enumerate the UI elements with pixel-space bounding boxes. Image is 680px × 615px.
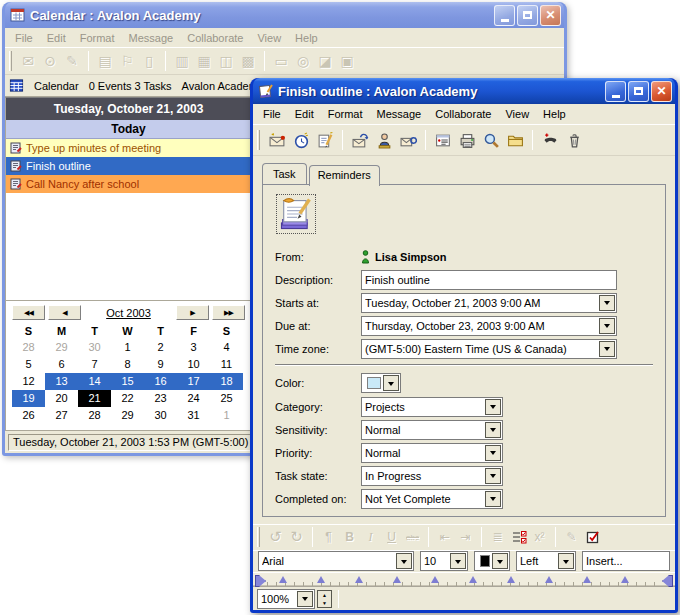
menu-help[interactable]: Help xyxy=(289,30,324,46)
calendar-day[interactable]: 10 xyxy=(177,356,210,373)
calendar-day[interactable]: 15 xyxy=(111,373,144,390)
color-select[interactable] xyxy=(361,373,401,393)
menu-help[interactable]: Help xyxy=(537,106,572,122)
flag-icon[interactable]: ⚐ xyxy=(116,50,138,72)
print-icon[interactable]: ▣ xyxy=(336,50,358,72)
minimize-button[interactable] xyxy=(494,5,515,26)
tools-icon[interactable]: ◪ xyxy=(314,50,336,72)
find-icon[interactable]: ◎ xyxy=(292,50,314,72)
close-button[interactable]: ✕ xyxy=(651,81,672,102)
tab-stop-marker[interactable] xyxy=(545,572,553,583)
new-mail-icon[interactable] xyxy=(265,129,289,151)
timezone-select[interactable]: (GMT-5:00) Eastern Time (US & Canada) xyxy=(361,339,617,359)
chevron-down-icon[interactable] xyxy=(485,399,501,415)
insert-input[interactable] xyxy=(583,555,669,567)
prev-month-button[interactable]: ◀ xyxy=(48,305,81,320)
font-color-select[interactable] xyxy=(474,551,510,571)
tab-stop-marker[interactable] xyxy=(355,572,363,583)
right-indent-marker[interactable] xyxy=(662,575,673,587)
dial-icon[interactable] xyxy=(538,129,562,151)
forward-mail-icon[interactable] xyxy=(348,129,372,151)
superscript-icon[interactable]: x² xyxy=(529,527,550,548)
calendar-day[interactable]: 17 xyxy=(177,373,210,390)
calendar-day[interactable]: 28 xyxy=(12,339,45,356)
align-select[interactable]: Left xyxy=(516,551,576,571)
month-label[interactable]: Oct 2003 xyxy=(84,307,173,319)
next-month-button[interactable]: ▶ xyxy=(176,305,209,320)
paragraph-icon[interactable]: ¶ xyxy=(318,527,339,548)
folder-icon[interactable] xyxy=(503,129,527,151)
task-list-item[interactable]: Call Nancy after school xyxy=(6,175,251,193)
list-icon[interactable]: ≣ xyxy=(487,527,508,548)
menu-file[interactable]: File xyxy=(9,30,39,46)
menu-format[interactable]: Format xyxy=(322,106,369,122)
tab-stop-marker[interactable] xyxy=(393,572,401,583)
mark-complete-icon[interactable] xyxy=(582,527,603,548)
new-appointment-icon[interactable] xyxy=(289,129,313,151)
menu-collaborate[interactable]: Collaborate xyxy=(429,106,497,122)
calendar-day[interactable]: 30 xyxy=(78,339,111,356)
new-mail-icon[interactable]: ✉ xyxy=(17,50,39,72)
chevron-down-icon[interactable] xyxy=(450,553,466,569)
calendar-day[interactable]: 30 xyxy=(144,407,177,424)
zoom-spinner[interactable]: ▲ ▼ xyxy=(317,590,332,608)
calendar-day[interactable]: 7 xyxy=(78,356,111,373)
tab-calendar-label[interactable]: Calendar xyxy=(34,80,79,92)
calendar-day[interactable]: 23 xyxy=(144,390,177,407)
new-task-icon[interactable]: ✎ xyxy=(61,50,83,72)
new-task-icon[interactable] xyxy=(313,129,337,151)
tab-stop-marker[interactable] xyxy=(583,572,591,583)
calendar-day[interactable]: 1 xyxy=(210,407,243,424)
menu-view[interactable]: View xyxy=(251,30,287,46)
calendar-day[interactable]: 22 xyxy=(111,390,144,407)
calendar-day[interactable]: 26 xyxy=(12,407,45,424)
calendar-day[interactable]: 24 xyxy=(177,390,210,407)
calendar-day[interactable]: 8 xyxy=(111,356,144,373)
next-year-button[interactable]: ▶▶ xyxy=(212,305,245,320)
month-view-icon[interactable]: ▦ xyxy=(193,50,215,72)
maximize-button[interactable] xyxy=(517,5,538,26)
task-state-select[interactable]: In Progress xyxy=(361,466,503,486)
tab-stop-marker[interactable] xyxy=(431,572,439,583)
zoom-select[interactable]: 100% xyxy=(257,589,315,609)
menu-file[interactable]: File xyxy=(257,106,287,122)
calendar-day[interactable]: 4 xyxy=(210,339,243,356)
chevron-down-icon[interactable] xyxy=(485,445,501,461)
redo-icon[interactable]: ↻ xyxy=(286,527,307,548)
list-view-icon[interactable]: ▥ xyxy=(171,50,193,72)
calendar-day[interactable]: 29 xyxy=(45,339,78,356)
spin-up-icon[interactable]: ▲ xyxy=(318,591,331,599)
calendar-day[interactable]: 31 xyxy=(177,407,210,424)
prev-year-button[interactable]: ◀◀ xyxy=(12,305,45,320)
calendar-day[interactable]: 25 xyxy=(210,390,243,407)
insert-field[interactable] xyxy=(582,551,670,571)
strikethrough-icon[interactable]: abc xyxy=(402,527,423,548)
font-size-select[interactable]: 10 xyxy=(420,551,468,571)
menu-edit[interactable]: Edit xyxy=(289,106,320,122)
indent-icon[interactable]: ⇥ xyxy=(455,527,476,548)
chevron-down-icon[interactable] xyxy=(599,318,615,334)
find-icon[interactable] xyxy=(479,129,503,151)
spin-down-icon[interactable]: ▼ xyxy=(318,599,331,607)
maximize-button[interactable] xyxy=(628,81,649,102)
calendar-day[interactable]: 20 xyxy=(45,390,78,407)
chevron-down-icon[interactable] xyxy=(297,591,313,607)
attendee-icon[interactable] xyxy=(372,129,396,151)
tab-stop-marker[interactable] xyxy=(507,572,515,583)
calendar-day[interactable]: 18 xyxy=(210,373,243,390)
task-list-item[interactable]: Finish outline xyxy=(6,157,251,175)
calendar-day[interactable]: 21 xyxy=(78,390,111,407)
left-indent-marker[interactable] xyxy=(255,575,266,587)
multi-week-view-icon[interactable]: ▩ xyxy=(237,50,259,72)
calendar-day[interactable]: 29 xyxy=(111,407,144,424)
calendar-day[interactable]: 1 xyxy=(111,339,144,356)
calendar-day[interactable]: 5 xyxy=(12,356,45,373)
tab-stop-marker[interactable] xyxy=(279,572,287,583)
underline-icon[interactable]: U xyxy=(381,527,402,548)
description-input[interactable] xyxy=(362,274,616,286)
calendar-day[interactable]: 14 xyxy=(78,373,111,390)
menu-collaborate[interactable]: Collaborate xyxy=(181,30,249,46)
starts-at-select[interactable]: Tuesday, October 21, 2003 9:00 AM xyxy=(361,293,617,313)
tab-reminders[interactable]: Reminders xyxy=(309,165,380,186)
toolbar-grip[interactable] xyxy=(257,130,260,150)
